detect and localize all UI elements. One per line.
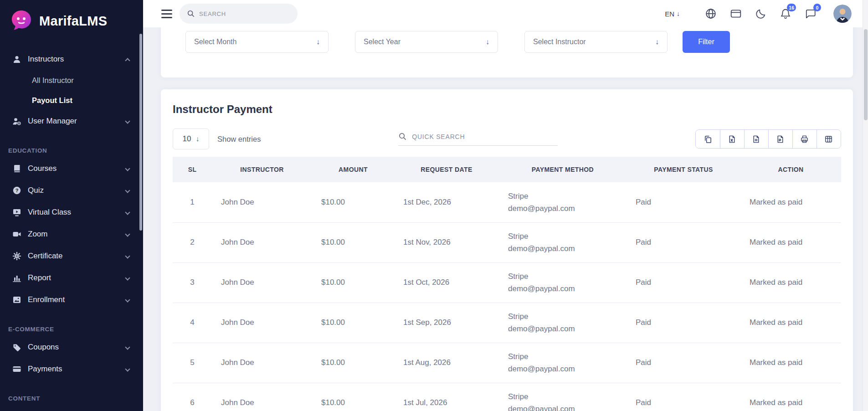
select-month[interactable]: Select Month ↓ xyxy=(185,31,329,53)
entries-per-page-select[interactable]: 10 ↓ xyxy=(173,128,209,149)
brand-name: MarifaLMS xyxy=(39,14,107,29)
sidebar-item-label: Coupons xyxy=(28,343,59,352)
chevron-down-icon xyxy=(125,297,130,302)
app-root: MarifaLMS Instructors All Instructor Pay… xyxy=(0,0,868,411)
sidebar-section-ecommerce: E-COMMERCE xyxy=(0,322,143,336)
page-title: Instructor Payment xyxy=(173,103,841,116)
sidebar-item-all-instructor[interactable]: All Instructor xyxy=(0,70,143,90)
column-header-sl[interactable]: SL xyxy=(173,157,212,182)
sidebar-scrollbar[interactable] xyxy=(139,34,142,231)
sidebar-item-instructors[interactable]: Instructors xyxy=(0,48,143,70)
cell-request-date: 1st Jul, 2026 xyxy=(394,383,499,411)
cell-sl: 2 xyxy=(173,222,212,262)
column-header-action[interactable]: ACTION xyxy=(740,157,841,182)
table-row: 5 John Doe $10.00 1st Aug, 2026 Stripe d… xyxy=(173,343,841,383)
search-icon xyxy=(398,132,407,141)
cell-action[interactable]: Marked as paid xyxy=(740,182,841,222)
person-icon xyxy=(12,55,21,64)
instructor-payment-table: SL INSTRUCTOR AMOUNT REQUEST DATE PAYMEN… xyxy=(173,157,841,411)
page-scrollbar[interactable] xyxy=(863,0,868,411)
column-header-instructor[interactable]: INSTRUCTOR xyxy=(212,157,312,182)
sidebar-item-label: Certificate xyxy=(28,252,63,261)
export-excel-button[interactable] xyxy=(720,130,744,148)
cell-payment-method: Stripe demo@paypal.com xyxy=(499,262,627,303)
sidebar-section-education: EDUCATION xyxy=(0,143,143,158)
column-visibility-button[interactable] xyxy=(817,130,841,148)
language-label: EN xyxy=(665,10,674,18)
sidebar-item-zoom[interactable]: Zoom xyxy=(0,223,143,245)
table-controls: 10 ↓ Show entries xyxy=(173,128,841,149)
print-button[interactable] xyxy=(792,130,817,148)
arrow-down-icon: ↓ xyxy=(316,38,320,46)
messages-button[interactable]: 0 xyxy=(805,8,817,20)
export-pdf-button[interactable] xyxy=(768,130,792,148)
copy-button[interactable] xyxy=(696,130,720,148)
arrow-down-icon: ↓ xyxy=(655,38,659,46)
entries-value: 10 xyxy=(183,134,191,144)
sidebar-subitem-label: All Instructor xyxy=(32,76,74,85)
sidebar-item-label: Quiz xyxy=(28,186,44,195)
column-header-payment-method[interactable]: PAYMENT METHOD xyxy=(499,157,627,182)
card-button[interactable] xyxy=(730,8,742,20)
sidebar-item-virtual-class[interactable]: Virtual Class xyxy=(0,201,143,223)
column-header-request-date[interactable]: REQUEST DATE xyxy=(394,157,499,182)
sidebar-item-report[interactable]: Report xyxy=(0,267,143,289)
search-input[interactable] xyxy=(199,10,290,17)
global-search[interactable] xyxy=(180,4,298,24)
cell-action[interactable]: Marked as paid xyxy=(740,262,841,303)
cell-action[interactable]: Marked as paid xyxy=(740,222,841,262)
notifications-button[interactable]: 16 xyxy=(780,8,791,20)
cell-action[interactable]: Marked as paid xyxy=(740,303,841,343)
cell-amount: $10.00 xyxy=(312,303,394,343)
cell-amount: $10.00 xyxy=(312,383,394,411)
cell-sl: 5 xyxy=(173,343,212,383)
brand-logo-icon xyxy=(9,9,34,33)
search-icon xyxy=(187,10,195,18)
user-avatar[interactable] xyxy=(833,5,852,23)
video-camera-icon xyxy=(12,230,21,239)
globe-button[interactable] xyxy=(705,8,717,20)
export-csv-button[interactable] xyxy=(744,130,768,148)
sidebar-item-label: Enrollment xyxy=(28,295,65,304)
screen-play-icon xyxy=(12,208,21,217)
sidebar-item-payout-list[interactable]: Payout List xyxy=(0,90,143,110)
table-row: 6 John Doe $10.00 1st Jul, 2026 Stripe d… xyxy=(173,383,841,411)
sidebar-item-quiz[interactable]: ? Quiz xyxy=(0,180,143,201)
quick-search-input[interactable] xyxy=(412,133,558,140)
column-header-amount[interactable]: AMOUNT xyxy=(312,157,394,182)
filter-button[interactable]: Filter xyxy=(683,31,730,53)
sidebar-item-user-manager[interactable]: User Manager xyxy=(0,110,143,132)
sidebar: MarifaLMS Instructors All Instructor Pay… xyxy=(0,0,143,411)
sidebar-item-label: Instructors xyxy=(28,55,64,64)
chevron-down-icon xyxy=(125,366,130,371)
brand[interactable]: MarifaLMS xyxy=(0,0,143,42)
sidebar-item-label: User Manager xyxy=(28,117,77,126)
message-badge: 0 xyxy=(813,4,821,11)
sidebar-item-courses[interactable]: Courses xyxy=(0,158,143,180)
sidebar-item-payments[interactable]: Payments xyxy=(0,358,143,380)
sidebar-item-enrollment[interactable]: Enrollment xyxy=(0,289,143,311)
cell-instructor: John Doe xyxy=(212,383,312,411)
sidebar-item-coupons[interactable]: Coupons xyxy=(0,336,143,358)
chevron-down-icon xyxy=(125,188,130,193)
cell-action[interactable]: Marked as paid xyxy=(740,343,841,383)
cell-amount: $10.00 xyxy=(312,343,394,383)
table-row: 4 John Doe $10.00 1st Sep, 2026 Stripe d… xyxy=(173,303,841,343)
sidebar-item-label: Courses xyxy=(28,164,56,173)
page-scrollbar-thumb[interactable] xyxy=(864,29,868,120)
cell-action[interactable]: Marked as paid xyxy=(740,383,841,411)
menu-toggle-button[interactable] xyxy=(161,10,172,18)
arrow-down-icon: ↓ xyxy=(677,10,680,17)
tag-icon xyxy=(12,343,21,352)
dark-mode-button[interactable] xyxy=(755,8,766,20)
column-header-payment-status[interactable]: PAYMENT STATUS xyxy=(627,157,740,182)
quick-search[interactable] xyxy=(398,132,558,146)
select-year[interactable]: Select Year ↓ xyxy=(355,31,498,53)
topbar-actions: EN ↓ 16 0 xyxy=(665,5,852,23)
sidebar-item-certificate[interactable]: Certificate xyxy=(0,245,143,267)
cell-request-date: 1st Dec, 2026 xyxy=(394,182,499,222)
select-instructor[interactable]: Select Instructor ↓ xyxy=(524,31,668,53)
gear-icon xyxy=(12,252,21,261)
language-selector[interactable]: EN ↓ xyxy=(665,10,680,18)
credit-card-icon xyxy=(12,365,21,374)
